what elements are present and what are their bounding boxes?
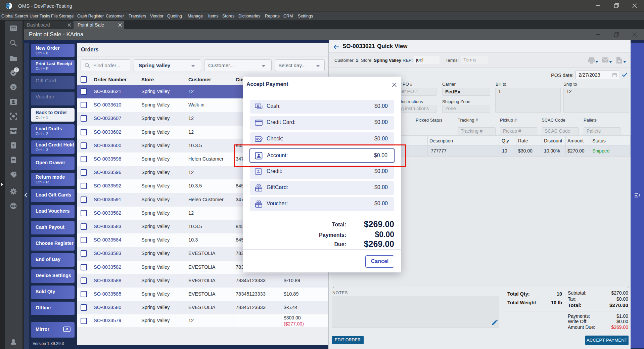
svg-text:$: $ (12, 85, 15, 90)
svg-text:2: 2 (15, 68, 17, 72)
svg-text:?: ? (12, 143, 14, 148)
